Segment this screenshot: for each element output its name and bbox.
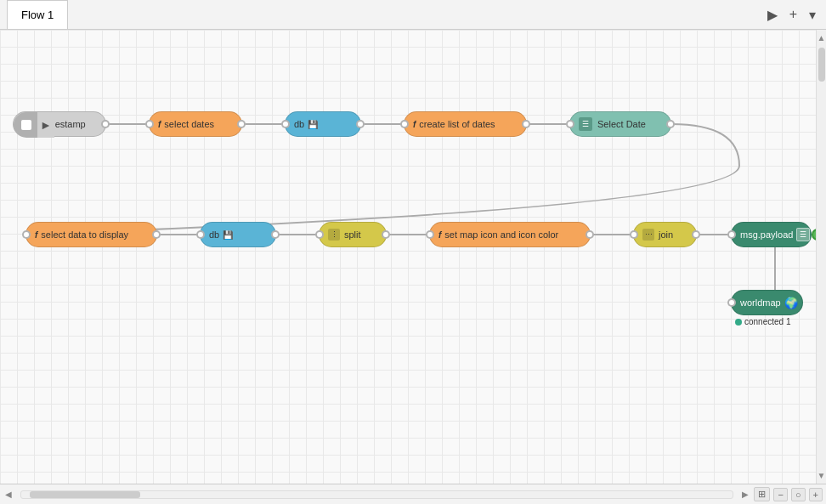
select-data-node[interactable]: f select data to display (25, 222, 157, 247)
split-node[interactable]: ⋮ split (319, 222, 387, 247)
select-dates-label: select dates (164, 119, 214, 129)
create-list-port-left (400, 120, 409, 128)
split-port-left (315, 230, 324, 239)
db1-label: db (294, 119, 304, 129)
minus-btn[interactable]: − (773, 488, 787, 501)
reset-btn[interactable]: ○ (791, 488, 806, 501)
set-map-icon-label: set map icon and icon color (444, 229, 558, 240)
set-map-icon-port-right (586, 230, 594, 239)
split-label: split (344, 229, 361, 240)
top-bar: Flow 1 ▶ + ▾ (0, 0, 826, 30)
bottom-bar: ◀ ▶ ⊞ − ○ + (0, 484, 826, 504)
db2-port-left (196, 230, 205, 239)
split-port-right (382, 230, 390, 239)
join-port-right (692, 230, 700, 239)
join-node[interactable]: ⋯ join (633, 222, 697, 247)
select-date-ui-port-right (666, 120, 675, 128)
select-data-port-right (152, 230, 161, 239)
db1-port-right (356, 120, 365, 128)
worldmap-node[interactable]: worldmap 🌍 (731, 290, 803, 315)
set-map-icon-node[interactable]: f set map icon and icon color (429, 222, 591, 247)
select-dates-port-right (237, 120, 246, 128)
select-dates-node[interactable]: f select dates (149, 111, 242, 137)
db2-label: db (209, 229, 219, 240)
scroll-thumb-vertical[interactable] (818, 48, 825, 82)
worldmap-port-left (727, 298, 736, 307)
deploy-button[interactable]: ▶ (764, 5, 781, 25)
add-button[interactable]: + (786, 5, 801, 24)
scrollbar-bottom[interactable] (20, 490, 733, 499)
select-date-ui-port-left (566, 120, 574, 128)
function-icon3: f (35, 230, 37, 240)
worldmap-label: worldmap (740, 297, 781, 308)
db1-icon: 💾 (308, 120, 318, 129)
scroll-left-arrow[interactable]: ◀ (3, 488, 14, 501)
join-label: join (659, 229, 673, 240)
plus-btn[interactable]: + (809, 488, 823, 501)
db1-node[interactable]: db 💾 (285, 111, 361, 137)
connections-svg (0, 30, 816, 484)
db2-node[interactable]: db 💾 (200, 222, 276, 247)
msgpayload-list-btn[interactable]: ☰ (796, 228, 810, 241)
canvas[interactable]: ► timestamp f select dates db 💾 f create… (0, 30, 816, 484)
select-data-label: select data to display (41, 229, 128, 240)
select-data-port-left (22, 230, 31, 239)
msgpayload-node[interactable]: msg.payload ☰ (731, 222, 812, 247)
db1-port-left (281, 120, 290, 128)
scrollbar-right[interactable]: ▲ ▼ (816, 30, 826, 484)
scroll-thumb-horizontal[interactable] (30, 491, 140, 498)
grid-btn[interactable]: ⊞ (754, 487, 770, 501)
join-port-left (630, 230, 638, 239)
tab-flow1[interactable]: Flow 1 (7, 0, 68, 29)
status-dot (735, 319, 742, 326)
function-icon: f (158, 120, 161, 129)
timestamp-node[interactable]: ► timestamp (13, 111, 106, 137)
select-date-ui-node[interactable]: ☰ Select Date (569, 111, 671, 137)
msgpayload-buttons: ☰ (796, 228, 816, 241)
top-bar-right: ▶ + ▾ (764, 5, 819, 25)
set-map-icon-port-left (426, 230, 434, 239)
db2-port-right (271, 230, 280, 239)
function-icon2: f (413, 120, 416, 129)
create-list-node[interactable]: f create list of dates (404, 111, 527, 137)
msgpayload-port-left (727, 230, 736, 239)
worldmap-status-label: connected 1 (744, 317, 791, 326)
tab-flow1-label: Flow 1 (21, 8, 54, 21)
scroll-up-arrow[interactable]: ▲ (816, 31, 826, 44)
db2-icon: 💾 (223, 230, 233, 240)
create-list-port-right (522, 120, 530, 128)
create-list-label: create list of dates (419, 119, 495, 129)
scroll-right-arrow[interactable]: ▶ (740, 488, 750, 501)
select-date-ui-label: Select Date (597, 119, 646, 129)
function-icon4: f (438, 230, 441, 240)
worldmap-status: connected 1 (735, 317, 791, 326)
main-area: ► timestamp f select dates db 💾 f create… (0, 30, 826, 484)
menu-button[interactable]: ▾ (806, 5, 819, 25)
msgpayload-label: msg.payload (740, 229, 793, 240)
timestamp-port-right (101, 120, 110, 128)
scroll-down-arrow[interactable]: ▼ (816, 469, 826, 482)
select-dates-port-left (145, 120, 154, 128)
